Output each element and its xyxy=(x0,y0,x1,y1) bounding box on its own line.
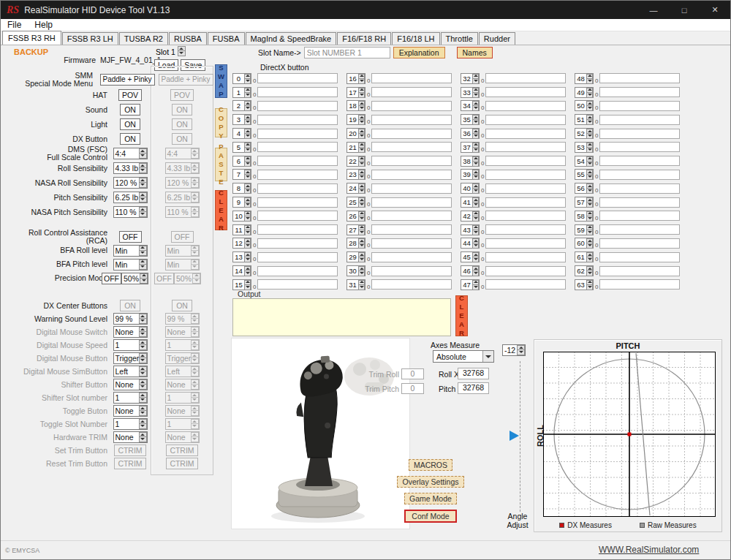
dx-index-spinner[interactable]: 10 xyxy=(232,211,251,222)
digital-mouse-button-spinner[interactable]: Trigger 1 xyxy=(113,352,148,364)
spinner-arrows[interactable] xyxy=(586,156,593,166)
dx-name-field[interactable] xyxy=(599,73,680,83)
spinner-arrows[interactable] xyxy=(586,183,593,193)
dx-name-field[interactable] xyxy=(599,279,680,290)
tab-rusba[interactable]: RUSBA xyxy=(169,32,207,45)
dx-name-field[interactable] xyxy=(599,115,680,125)
dx-name-field[interactable] xyxy=(371,142,452,152)
spinner-arrows[interactable] xyxy=(244,143,251,152)
dx-name-field[interactable] xyxy=(485,279,566,290)
nasa-roll-sensibility-spinner[interactable]: 120 % xyxy=(113,177,148,189)
digital-mouse-switch-spinner[interactable]: None xyxy=(113,326,148,338)
dx-index-spinner[interactable]: 11 xyxy=(232,224,251,235)
dx-index-spinner[interactable]: 22 xyxy=(346,156,366,167)
dx-index-spinner[interactable]: 18 xyxy=(346,100,366,111)
dx-name-field[interactable] xyxy=(371,266,452,276)
spinner-arrows[interactable] xyxy=(586,252,593,262)
dx-index-spinner[interactable]: 36 xyxy=(461,128,480,139)
dx-index-spinner[interactable]: 35 xyxy=(461,114,480,125)
dx-index-spinner[interactable]: 6 xyxy=(232,156,251,167)
spinner-arrows[interactable] xyxy=(244,115,251,124)
dx-index-spinner[interactable]: 17 xyxy=(346,87,366,98)
spinner-arrows[interactable] xyxy=(139,340,147,350)
game-mode-button[interactable]: Game Mode xyxy=(404,493,457,504)
dx-name-field[interactable] xyxy=(371,238,452,249)
dx-index-spinner[interactable]: 12 xyxy=(232,238,251,249)
dx-name-field[interactable] xyxy=(257,73,338,83)
dx-name-field[interactable] xyxy=(257,197,338,208)
spinner-arrows[interactable] xyxy=(472,280,479,290)
spinner-arrows[interactable] xyxy=(358,101,365,110)
dx-index-spinner[interactable]: 4 xyxy=(232,128,251,139)
precision-mode-off-button[interactable]: OFF xyxy=(102,273,121,284)
dx-index-spinner[interactable]: 56 xyxy=(575,183,594,194)
spinner-arrows[interactable] xyxy=(358,225,365,235)
output-textarea[interactable] xyxy=(232,298,451,336)
spinner-arrows[interactable] xyxy=(586,143,593,152)
dx-name-field[interactable] xyxy=(257,266,338,276)
shifter-slot-number-spinner[interactable]: 1 xyxy=(113,392,148,404)
precision-mode-spinner[interactable]: 50% xyxy=(121,273,148,284)
tab-f16-f18-rh[interactable]: F16/F18 RH xyxy=(337,32,391,45)
spinner-arrows[interactable] xyxy=(586,88,593,97)
dx-name-field[interactable] xyxy=(371,224,452,235)
spinner-arrows[interactable] xyxy=(472,183,479,193)
dx-index-spinner[interactable]: 54 xyxy=(575,156,594,167)
toggle-slot-number-spinner[interactable]: 1 xyxy=(113,418,148,430)
spinner-arrows[interactable] xyxy=(139,366,147,377)
spinner-arrows[interactable] xyxy=(139,419,147,429)
hat-button[interactable]: POV xyxy=(118,89,142,101)
dx-index-spinner[interactable]: 55 xyxy=(575,169,594,180)
spinner-arrows[interactable] xyxy=(139,207,147,217)
spinner-arrows[interactable] xyxy=(472,129,479,138)
spinner-arrows[interactable] xyxy=(358,74,365,83)
spinner-arrows[interactable] xyxy=(244,280,251,290)
spinner-arrows[interactable] xyxy=(139,406,147,416)
dx-name-field[interactable] xyxy=(257,101,338,111)
dx-index-spinner[interactable]: 3 xyxy=(232,114,251,125)
dx-name-field[interactable] xyxy=(257,183,338,194)
toggle-buton-spinner[interactable]: None xyxy=(113,405,148,417)
smm-button[interactable]: Paddle + Pinky xyxy=(100,74,155,86)
dx-name-field[interactable] xyxy=(599,101,680,111)
spinner-arrows[interactable] xyxy=(358,143,365,152)
dx-index-spinner[interactable]: 43 xyxy=(461,224,480,235)
tab-rudder[interactable]: Rudder xyxy=(479,32,515,45)
dx-name-field[interactable] xyxy=(485,170,566,180)
dx-index-spinner[interactable]: 45 xyxy=(461,251,480,262)
digital-mouse-speed-spinner[interactable]: 1 xyxy=(113,339,148,351)
dx-index-spinner[interactable]: 31 xyxy=(346,279,366,290)
spinner-arrows[interactable] xyxy=(139,246,147,256)
spinner-arrows[interactable] xyxy=(139,353,147,363)
dx-index-spinner[interactable]: 53 xyxy=(575,142,594,153)
dx-index-spinner[interactable]: 40 xyxy=(461,183,480,194)
spinner-arrows[interactable] xyxy=(244,225,251,235)
dx-name-field[interactable] xyxy=(599,211,680,221)
spinner-arrows[interactable] xyxy=(586,266,593,276)
tab-magind-speedbrake[interactable]: MagInd & SpeedBrake xyxy=(246,32,337,45)
spinner-arrows[interactable] xyxy=(586,170,593,179)
spinner-arrows[interactable] xyxy=(358,266,365,276)
dx-index-spinner[interactable]: 38 xyxy=(461,156,480,167)
dx-name-field[interactable] xyxy=(371,211,452,221)
dx-index-spinner[interactable]: 21 xyxy=(346,142,366,153)
dx-name-field[interactable] xyxy=(599,156,680,166)
dx-name-field[interactable] xyxy=(371,101,452,111)
clear-button[interactable]: CLEAR xyxy=(215,190,227,230)
sound-button[interactable]: ON xyxy=(120,104,140,116)
dx-name-field[interactable] xyxy=(257,170,338,180)
dx-index-spinner[interactable]: 49 xyxy=(575,87,594,98)
spinner-arrows[interactable] xyxy=(358,280,365,290)
dx-name-field[interactable] xyxy=(485,266,566,276)
dx-name-field[interactable] xyxy=(599,183,680,194)
dx-name-field[interactable] xyxy=(371,170,452,180)
spinner-arrows[interactable] xyxy=(358,115,365,124)
spinner-arrows[interactable] xyxy=(139,178,147,188)
dx-button-button[interactable]: ON xyxy=(120,133,140,145)
bfa-pitch-level-spinner[interactable]: Min xyxy=(113,259,148,270)
dx-index-spinner[interactable]: 8 xyxy=(232,183,251,194)
spinner-arrows[interactable] xyxy=(358,197,365,207)
axes-measure-select[interactable]: Absolute xyxy=(433,350,494,363)
spinner-arrows[interactable] xyxy=(586,280,593,290)
dx-index-spinner[interactable]: 0 xyxy=(232,73,251,84)
